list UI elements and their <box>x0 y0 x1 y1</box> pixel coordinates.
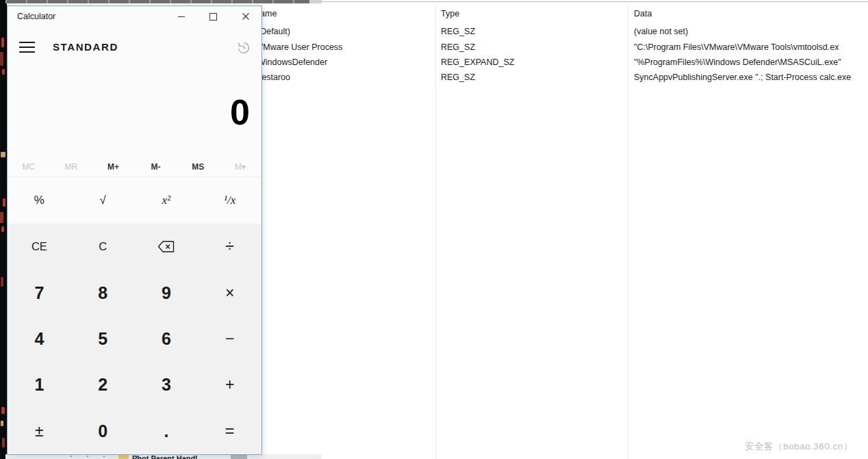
registry-value-type: REG_SZ <box>441 73 475 82</box>
minimize-button[interactable] <box>165 6 197 27</box>
memory-clear-button[interactable]: MC <box>8 157 50 177</box>
negate-button[interactable]: ± <box>8 408 71 454</box>
column-header-data[interactable]: Data <box>634 9 652 18</box>
registry-value-name: VMware User Process <box>257 42 342 52</box>
memory-subtract-button[interactable]: M- <box>134 157 177 177</box>
registry-value-type: REG_SZ <box>441 27 475 36</box>
registry-value-name: Testaroo <box>257 73 290 82</box>
percent-button[interactable]: % <box>8 177 71 224</box>
nav-row <box>8 36 261 61</box>
hamburger-icon <box>19 47 35 48</box>
clear-entry-button[interactable]: CE <box>8 224 71 270</box>
digit-7-button[interactable]: 7 <box>8 270 71 315</box>
maximize-icon <box>209 13 217 21</box>
folder-icon <box>118 454 129 459</box>
registry-value-name: WindowsDefender <box>257 57 327 67</box>
registry-value-type: REG_EXPAND_SZ <box>441 57 514 67</box>
column-divider <box>628 4 628 459</box>
close-button[interactable] <box>229 6 261 27</box>
digit-2-button[interactable]: 2 <box>71 362 135 408</box>
digit-5-button[interactable]: 5 <box>71 316 135 362</box>
gray-box <box>231 454 247 459</box>
calculator-window: Calculator STANDARD 0 MC <box>7 5 262 455</box>
memory-row: MC MR M+ M- MS M▾ <box>8 157 261 177</box>
column-divider <box>435 4 436 459</box>
digit-6-button[interactable]: 6 <box>135 316 199 362</box>
decimal-button[interactable]: . <box>135 408 199 454</box>
memory-flyout-button[interactable]: M▾ <box>219 157 261 177</box>
calculator-display: 0 <box>8 83 250 142</box>
window-controls <box>165 6 261 27</box>
registry-value-name: (Default) <box>257 27 290 36</box>
backspace-button[interactable] <box>135 224 199 270</box>
titlebar[interactable]: Calculator <box>8 6 261 29</box>
digit-3-button[interactable]: 3 <box>135 362 199 408</box>
equals-button[interactable]: = <box>198 408 261 454</box>
column-header-type[interactable]: Type <box>441 9 459 18</box>
memory-recall-button[interactable]: MR <box>50 157 92 177</box>
backspace-icon <box>157 241 175 252</box>
screen: Name Type Data (Default) REG_SZ (value n… <box>0 0 868 459</box>
clipped-text: Phot Parent Handl <box>132 454 197 459</box>
close-icon <box>242 13 249 20</box>
registry-value-type: REG_SZ <box>441 42 475 52</box>
watermark: 安全客（bobao.360.cn） <box>745 441 853 453</box>
history-icon <box>235 40 252 56</box>
memory-add-button[interactable]: M+ <box>92 157 135 177</box>
add-button[interactable]: + <box>198 362 261 408</box>
memory-store-button[interactable]: MS <box>177 157 219 177</box>
clear-button[interactable]: C <box>71 224 135 270</box>
digit-8-button[interactable]: 8 <box>71 270 135 315</box>
menu-button[interactable] <box>19 42 35 53</box>
divide-button[interactable]: ÷ <box>198 224 261 270</box>
sqrt-button[interactable]: √ <box>71 177 135 224</box>
function-row: % √ x² ¹/x <box>8 177 261 224</box>
maximize-button[interactable] <box>197 6 229 27</box>
digit-4-button[interactable]: 4 <box>8 316 71 362</box>
background-window-bottom-sliver: Phot Parent Handl <box>5 454 322 459</box>
hamburger-icon <box>19 51 35 53</box>
digit-9-button[interactable]: 9 <box>135 270 199 315</box>
window-title: Calculator <box>17 12 55 21</box>
mode-label: STANDARD <box>53 41 118 53</box>
digit-1-button[interactable]: 1 <box>8 362 71 408</box>
reciprocal-button[interactable]: ¹/x <box>198 177 261 224</box>
multiply-button[interactable]: × <box>198 270 261 315</box>
keypad: CE C ÷ 7 8 9 × 4 5 6 − 1 2 3 + ± 0 . <box>8 224 261 454</box>
registry-value-data: SyncAppvPublishingServer.exe ".; Start-P… <box>634 73 851 82</box>
registry-value-data: (value not set) <box>634 27 688 36</box>
registry-value-data: "C:\Program Files\VMware\VMware Tools\vm… <box>634 42 839 52</box>
digit-0-button[interactable]: 0 <box>71 408 135 454</box>
square-button[interactable]: x² <box>135 177 199 224</box>
hamburger-icon <box>19 42 35 43</box>
history-button[interactable] <box>235 40 252 56</box>
subtract-button[interactable]: − <box>198 316 261 362</box>
registry-value-data: "%ProgramFiles%\Windows Defender\MSASCui… <box>634 57 841 67</box>
minimize-icon <box>178 16 185 17</box>
